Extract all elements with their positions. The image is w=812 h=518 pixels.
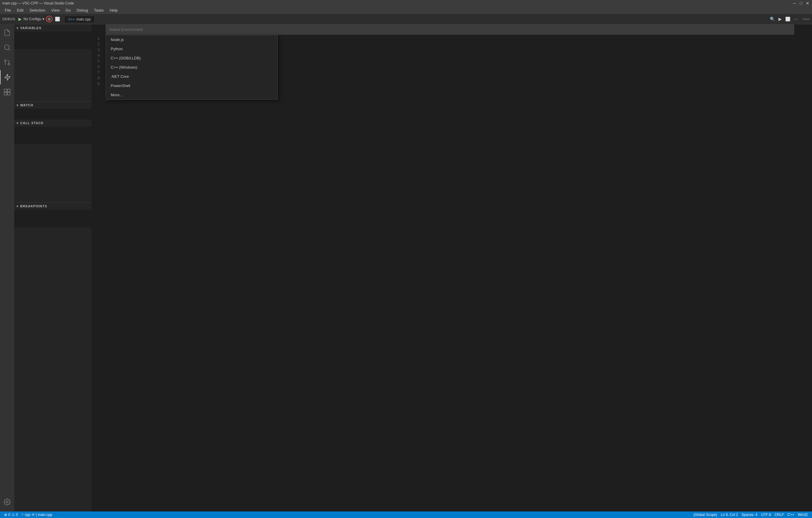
breakpoints-header[interactable]: ▾ BREAKPOINTS [14,202,91,210]
error-icon: ⊗ [4,513,7,517]
line-col-text: Ln 9, Col 2 [721,513,738,517]
activity-search[interactable] [0,40,14,55]
env-option-cpp-gdb[interactable]: C++ (GDB/LLDB) [106,53,278,63]
status-platform[interactable]: Win32 [796,513,810,517]
env-option-python[interactable]: Python [106,44,278,53]
svg-rect-6 [4,89,7,92]
breakpoints-chevron: ▾ [17,205,19,208]
env-option-more[interactable]: More... [106,90,278,100]
breakpoints-section: ▾ BREAKPOINTS [14,202,91,226]
menu-view[interactable]: View [49,7,62,13]
debug-terminal-icon[interactable]: ⬜ [54,16,61,22]
svg-point-2 [8,63,10,65]
breakpoints-label: BREAKPOINTS [20,205,47,208]
code-content[interactable]: #in #in #in int } [103,35,812,512]
more-actions-icon[interactable]: ··· [793,16,798,22]
menu-tasks[interactable]: Tasks [91,7,106,13]
status-right: (Global Scope) Ln 9, Col 2 Spaces: 4 UTF… [692,513,810,517]
search-editor-icon[interactable]: 🔍 [769,16,776,22]
variables-header[interactable]: ▾ VARIABLES [14,24,91,31]
env-option-cpp-windows[interactable]: C++ (Windows) [106,63,278,72]
language-text: C++ [787,513,794,517]
env-option-powershell[interactable]: PowerShell [106,81,278,90]
env-option-net-core[interactable]: .NET Core [106,72,278,81]
split-editor-icon[interactable]: ⬜ [785,16,791,22]
error-count: 0 [8,513,10,517]
status-line-col[interactable]: Ln 9, Col 2 [719,513,740,517]
file-name: | main.cpp [36,513,52,517]
line-number-6: 6 [91,64,100,70]
window-title: main.cpp — VSC-CPP — Visual Studio Code [2,1,74,5]
debug-label: DEBUG [2,17,16,21]
debug-config-button[interactable]: No Configu ▾ [24,17,44,21]
line-number-4: 4 [91,53,100,58]
status-branch[interactable]: ⑂ cpp ⟳ | main.cpp [20,512,54,518]
menu-selection[interactable]: Selection [27,7,48,13]
variables-section: ▾ VARIABLES [14,24,91,102]
activity-settings[interactable] [0,495,14,509]
editor-info: ≡≡≡≡ [803,18,810,21]
menu-help[interactable]: Help [108,7,120,13]
svg-rect-9 [7,92,10,95]
line-number-7: 7 [91,70,100,76]
watch-header[interactable]: ▾ WATCH [14,102,91,109]
activity-explorer[interactable] [0,26,14,40]
svg-rect-8 [4,92,7,95]
menu-bar: File Edit Selection View Go Debug Tasks … [0,6,812,14]
sync-icon: ⟳ [32,513,35,517]
title-bar: main.cpp — VSC-CPP — Visual Studio Code … [0,0,812,6]
select-environment-input[interactable] [106,24,794,35]
svg-point-10 [6,501,8,503]
callstack-section: ▾ CALL STACK [14,119,91,202]
menu-go[interactable]: Go [63,7,73,13]
svg-marker-5 [5,74,10,80]
variables-chevron: ▾ [17,26,19,30]
env-option-nodejs[interactable]: Node.js [106,35,278,44]
maximize-button[interactable]: □ [799,1,803,5]
spaces-text: Spaces: 4 [742,513,757,517]
activity-extensions[interactable] [0,85,14,99]
status-spaces[interactable]: Spaces: 4 [740,513,759,517]
editor-scrollbar[interactable] [808,24,812,512]
line-number-5: 5 [91,58,100,64]
watch-label: WATCH [20,103,33,107]
menu-file[interactable]: File [2,7,13,13]
svg-rect-7 [7,89,10,92]
callstack-header[interactable]: ▾ CALL STACK [14,119,91,127]
editor-area[interactable]: Node.js Python C++ (GDB/LLDB) C++ (Windo… [91,24,812,512]
code-editor[interactable]: 1 2 3 4 5 6 7 8 9 #in #in #in int } [91,35,812,512]
menu-debug[interactable]: Debug [74,7,90,13]
status-encoding[interactable]: UTF-8 [759,513,773,517]
close-button[interactable]: ✕ [806,1,810,5]
platform-text: Win32 [798,513,808,517]
status-errors[interactable]: ⊗ 0 ⚠ 0 [2,512,20,518]
minimize-button[interactable]: ─ [792,1,796,5]
status-bar: ⊗ 0 ⚠ 0 ⑂ cpp ⟳ | main.cpp (Global Scope… [0,512,812,518]
window-controls: ─ □ ✕ [792,1,810,5]
line-number-3: 3 [91,47,100,53]
activity-source-control[interactable] [0,55,14,70]
scope-text: (Global Scope) [693,513,717,517]
status-scope[interactable]: (Global Scope) [692,513,719,517]
no-config-label: No Configu [24,17,41,21]
status-language[interactable]: C++ [786,513,796,517]
menu-edit[interactable]: Edit [14,7,26,13]
toolbar-right: 🔍 ▶ ⬜ ··· ≡≡≡≡ [769,16,810,22]
cpp-file-icon: C++ [68,18,75,21]
activity-debug[interactable] [0,70,14,84]
callstack-label: CALL STACK [20,121,44,125]
line-number-2: 2 [91,42,100,47]
branch-icon: ⑂ [21,513,24,517]
callstack-content [14,127,91,144]
debug-play-button[interactable]: ▶ [19,17,22,21]
branch-name: cpp [25,513,30,517]
callstack-chevron: ▾ [17,121,19,125]
line-number-9: 9 [91,81,100,87]
status-line-ending[interactable]: CRLF [773,513,786,517]
svg-point-0 [4,45,9,50]
warning-icon: ⚠ [11,513,15,517]
run-icon[interactable]: ▶ [778,16,782,22]
settings-gear-icon[interactable]: ⚙ [46,16,53,22]
environment-dropdown: Node.js Python C++ (GDB/LLDB) C++ (Windo… [106,35,278,100]
editor-tab-main-cpp[interactable]: C++ main.cpp [65,16,95,23]
